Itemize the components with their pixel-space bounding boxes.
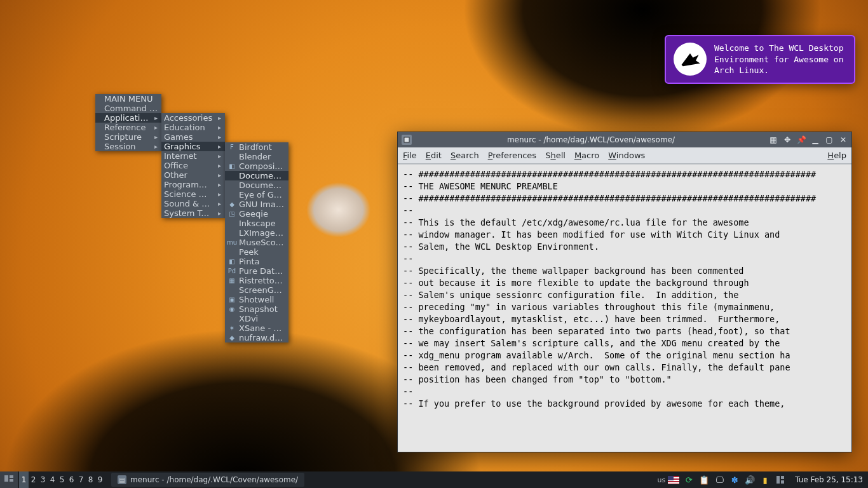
menu-windows[interactable]: Windows [608, 151, 645, 160]
graphics-item-document-vie[interactable]: Document Vie… [225, 180, 288, 190]
menu-preferences[interactable]: Preferences [488, 151, 536, 160]
chevron-right-icon: ▸ [218, 172, 221, 179]
apps-item-other[interactable]: Other▸ [161, 170, 225, 180]
tag-1[interactable]: 1 [19, 471, 29, 488]
menu-help[interactable]: Help [827, 151, 846, 160]
close-icon[interactable]: ✕ [837, 135, 849, 145]
apps-item-graphics[interactable]: Graphics▸ [161, 142, 225, 151]
graphics-item-eye-of-gnome[interactable]: Eye of GNOME [225, 190, 288, 200]
main-menu-header: MAIN MENU [95, 94, 161, 104]
battery-icon[interactable]: ▮ [759, 474, 771, 485]
launcher-button[interactable] [0, 471, 18, 488]
maximize-icon[interactable]: ▢ [824, 135, 835, 145]
taglist[interactable]: 123456789 [19, 471, 105, 488]
graphics-item-musescore-stu[interactable]: muMuseScore Stu… [225, 238, 288, 247]
menu-shell[interactable]: Shell [545, 151, 566, 160]
main-menu-item-scripture[interactable]: Scripture▸ [95, 132, 161, 142]
window-title: menurc - /home/dag/.WCL/Coven/awesome/ [414, 135, 768, 144]
move-icon[interactable]: ✥ [782, 135, 793, 145]
graphics-item-blender[interactable]: Blender [225, 152, 288, 161]
main-menu-item-session[interactable]: Session▸ [95, 142, 161, 151]
tag-4[interactable]: 4 [48, 471, 57, 488]
task-editor[interactable]: ▤ menurc - /home/dag/.WCL/Coven/awesome/ [111, 473, 304, 487]
graphics-item-lximage-qt[interactable]: LXImage-Qt [225, 228, 288, 238]
graphics-item-compositor-o[interactable]: ◧Compositor O… [225, 161, 288, 171]
main-menu[interactable]: MAIN MENU Command LineApplications▸Refer… [95, 94, 161, 151]
chevron-right-icon: ▸ [218, 200, 221, 207]
apps-item-accessories[interactable]: Accessories▸ [161, 113, 225, 123]
app-launcher-icon: ◧ [227, 257, 236, 266]
main-menu-item-command-line[interactable]: Command Line [95, 104, 161, 113]
sync-icon[interactable]: ⟳ [683, 474, 695, 485]
clipboard-icon[interactable]: 📋 [698, 474, 710, 485]
menu-search[interactable]: Search [451, 151, 479, 160]
apps-item-office[interactable]: Office▸ [161, 161, 225, 170]
flag-icon[interactable] [668, 474, 679, 485]
apps-item-internet[interactable]: Internet▸ [161, 151, 225, 161]
apps-item-system-tools[interactable]: System Tools▸ [161, 208, 225, 218]
app-launcher-icon: ◧ [227, 162, 236, 171]
layout-indicator-icon[interactable] [775, 474, 786, 485]
graphics-item-ristretto-imag[interactable]: ▦Ristretto Imag… [225, 276, 288, 285]
main-menu-item-reference[interactable]: Reference▸ [95, 123, 161, 132]
bottom-panel: 123456789 ▤ menurc - /home/dag/.WCL/Cove… [0, 471, 868, 488]
text-editor-window: menurc - /home/dag/.WCL/Coven/awesome/ ▦… [397, 132, 852, 452]
tag-7[interactable]: 7 [76, 471, 86, 488]
app-launcher-icon: ▦ [227, 276, 236, 285]
pin-icon[interactable]: 📌 [796, 135, 807, 145]
graphics-item-geeqie[interactable]: ◳Geeqie [225, 209, 288, 219]
graphics-item-document-sca[interactable]: Document Sca… [225, 171, 288, 180]
graphics-item-shotwell[interactable]: ▣Shotwell [225, 295, 288, 304]
graphics-item-xsane-scanni[interactable]: ✶XSane - Scanni… [225, 323, 288, 333]
svg-rect-4 [776, 476, 780, 484]
notification-text: Welcome to The WCL Desktop Environment f… [714, 43, 846, 76]
graphics-item-peek[interactable]: Peek [225, 247, 288, 257]
graphics-item-nufraw-desktop[interactable]: ◆nufraw.desktop [225, 333, 288, 342]
menu-file[interactable]: File [403, 151, 417, 160]
graphics-item-pinta[interactable]: ◧Pinta [225, 257, 288, 266]
main-menu-item-applications[interactable]: Applications▸ [95, 113, 161, 123]
layout-icon[interactable]: ▦ [768, 135, 779, 145]
bluetooth-icon[interactable]: ✽ [729, 474, 740, 485]
system-tray: ⟳ 📋 🖵 ✽ 🔊 ▮ [668, 474, 790, 485]
tag-3[interactable]: 3 [38, 471, 48, 488]
menu-edit[interactable]: Edit [426, 151, 442, 160]
app-launcher-icon: Pd [227, 267, 236, 276]
apps-item-sound-video[interactable]: Sound & Video▸ [161, 199, 225, 208]
clock[interactable]: Tue Feb 25, 15:13 [790, 475, 868, 484]
apps-item-programming[interactable]: Programming▸ [161, 180, 225, 189]
applications-submenu[interactable]: Accessories▸Education▸Games▸Graphics▸Int… [161, 113, 225, 218]
apps-item-education[interactable]: Education▸ [161, 123, 225, 132]
apps-item-science-math[interactable]: Science & Math▸ [161, 189, 225, 199]
app-launcher-icon: ◆ [227, 200, 236, 209]
graphics-item-pure-data-pd[interactable]: PdPure Data (Pd) [225, 266, 288, 276]
titlebar[interactable]: menurc - /home/dag/.WCL/Coven/awesome/ ▦… [398, 132, 851, 147]
editor-menubar[interactable]: File Edit Search Preferences Shell Macro… [398, 147, 851, 164]
tag-8[interactable]: 8 [86, 471, 95, 488]
keyboard-layout-indicator[interactable]: us [657, 476, 665, 484]
witch-logo-icon [674, 43, 707, 76]
app-launcher-icon: ✶ [227, 324, 236, 333]
svg-rect-5 [781, 476, 784, 479]
minimize-icon[interactable]: ▁ [810, 135, 821, 145]
graphics-item-birdfont[interactable]: FBirdfont [225, 142, 288, 152]
apps-item-games[interactable]: Games▸ [161, 132, 225, 142]
chevron-right-icon: ▸ [218, 152, 221, 159]
graphics-item-xdvi[interactable]: XDvi [225, 314, 288, 323]
tag-9[interactable]: 9 [95, 471, 105, 488]
svg-rect-2 [10, 475, 13, 478]
volume-icon[interactable]: 🔊 [744, 474, 756, 485]
graphics-item-inkscape[interactable]: Inkscape [225, 219, 288, 228]
tasklist[interactable]: ▤ menurc - /home/dag/.WCL/Coven/awesome/ [111, 473, 304, 487]
chevron-right-icon: ▸ [218, 143, 221, 150]
graphics-item-gnu-image-m[interactable]: ◆GNU Image M… [225, 200, 288, 209]
menu-macro[interactable]: Macro [574, 151, 599, 160]
graphics-submenu[interactable]: FBirdfontBlender◧Compositor O…Document S… [225, 142, 288, 342]
graphics-item-screengrab[interactable]: ScreenGrab [225, 285, 288, 295]
tag-6[interactable]: 6 [67, 471, 76, 488]
tag-5[interactable]: 5 [57, 471, 67, 488]
graphics-item-snapshot[interactable]: ◉Snapshot [225, 304, 288, 314]
tag-2[interactable]: 2 [29, 471, 38, 488]
editor-text-area[interactable]: -- #####################################… [398, 164, 851, 452]
display-icon[interactable]: 🖵 [714, 474, 725, 485]
